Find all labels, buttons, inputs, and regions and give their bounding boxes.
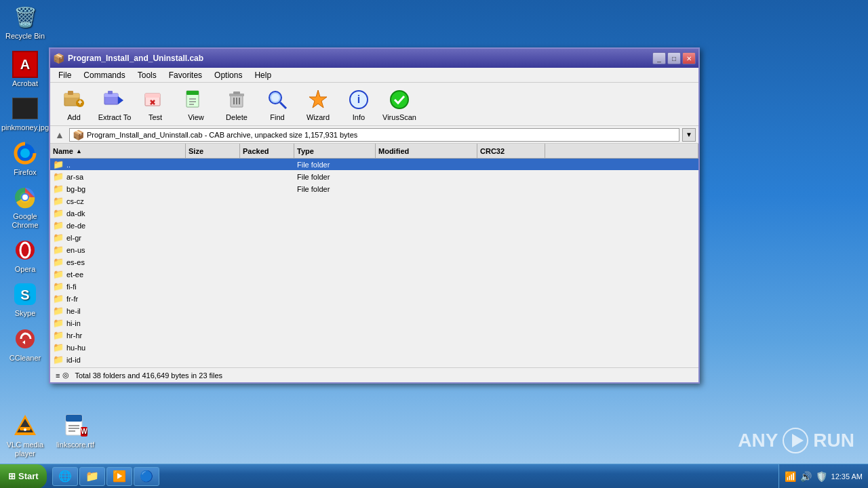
address-text: Program_Install_and_Uninstall.cab - CAB … <box>87 131 357 139</box>
taskbar-app-explorer[interactable]: 📁 <box>79 467 105 486</box>
table-row[interactable]: 📁 id-id <box>50 354 698 366</box>
table-row[interactable]: 📁 it-it <box>50 366 698 367</box>
file-name-cell: 📁 fi-fi <box>50 281 186 292</box>
table-row[interactable]: 📁 hr-hr <box>50 329 698 342</box>
desktop-icon-acrobat[interactable]: A Acrobat <box>3 51 47 88</box>
status-bar: ≡ ◎ Total 38 folders and 416,649 bytes i… <box>50 367 698 382</box>
linkscore-label: linkscore.rtf <box>56 441 94 449</box>
file-extra-cell <box>545 329 698 341</box>
add-icon: + <box>62 87 86 112</box>
file-modified-cell <box>376 354 477 365</box>
table-row[interactable]: 📁 el-gr <box>50 232 698 244</box>
file-type-cell: File folder <box>294 183 376 195</box>
toolbar-virusscan-button[interactable]: VirusScan <box>380 85 419 123</box>
col-header-size[interactable]: Size <box>186 144 240 158</box>
address-field: 📦 Program_Install_and_Uninstall.cab - CA… <box>69 128 679 142</box>
table-row[interactable]: 📁 fi-fi <box>50 281 698 293</box>
desktop-icon-google-chrome[interactable]: Google Chrome <box>3 184 47 230</box>
desktop-icon-ccleaner[interactable]: CCleaner <box>3 325 47 363</box>
toolbar-extract-button[interactable]: Extract To <box>95 85 134 123</box>
tray-icon-security: 🛡️ <box>816 471 827 482</box>
desktop-icon-pinkmoney[interactable]: pinkmoney.jpg <box>3 95 47 132</box>
anyrun-text: ANY <box>738 430 778 451</box>
folder-icon: 📁 <box>53 184 64 194</box>
col-header-modified[interactable]: Modified <box>376 144 477 158</box>
svg-point-1 <box>20 148 30 158</box>
menu-commands[interactable]: Commands <box>78 69 130 81</box>
col-header-crc32[interactable]: CRC32 <box>477 144 545 158</box>
table-row[interactable]: 📁 en-us <box>50 244 698 256</box>
file-name: hi-in <box>66 319 81 327</box>
toolbar-view-button[interactable]: View <box>176 85 216 123</box>
taskbar-app-wmplayer[interactable]: ▶️ <box>106 467 132 486</box>
extract-to-label: Extract To <box>98 113 132 121</box>
table-row[interactable]: 📁 da-dk <box>50 207 698 220</box>
taskbar: ⊞ Start 🌐 📁 ▶️ 🔵 📶 🔊 🛡️ 12:35 AM <box>0 464 868 488</box>
table-row[interactable]: 📁 ar-sa File folder <box>50 171 698 183</box>
desktop-icon-opera[interactable]: Opera <box>3 237 47 274</box>
file-list-container: Name ▲ Size Packed Type Modified <box>50 144 698 367</box>
toolbar-find-button[interactable]: Find <box>258 85 297 123</box>
minimize-button[interactable]: _ <box>652 52 666 64</box>
table-row[interactable]: 📁 fr-fr <box>50 293 698 305</box>
table-row[interactable]: 📁 he-il <box>50 305 698 317</box>
taskbar-app-chrome[interactable]: 🔵 <box>134 467 159 486</box>
address-dropdown[interactable]: ▼ <box>682 128 696 142</box>
find-icon <box>265 87 290 112</box>
file-extra-cell <box>545 317 698 329</box>
file-name: de-de <box>66 222 85 230</box>
table-row[interactable]: 📁 et-ee <box>50 268 698 281</box>
toolbar-delete-button[interactable]: Delete <box>217 85 256 123</box>
menu-options[interactable]: Options <box>209 69 248 81</box>
table-row[interactable]: 📁 hu-hu <box>50 342 698 354</box>
back-button[interactable]: ▲ <box>53 128 66 142</box>
toolbar-info-button[interactable]: i Info <box>339 85 378 123</box>
toolbar-wizard-button[interactable]: Wizard <box>298 85 338 123</box>
restore-button[interactable]: □ <box>667 52 681 64</box>
table-row[interactable]: 📁 bg-bg File folder <box>50 183 698 195</box>
menu-tools[interactable]: Tools <box>132 69 162 81</box>
col-header-name[interactable]: Name ▲ <box>50 144 186 158</box>
taskbar-app-ie[interactable]: 🌐 <box>52 467 78 486</box>
file-name-cell: 📁 cs-cz <box>50 195 186 207</box>
start-button[interactable]: ⊞ Start <box>0 464 47 489</box>
desktop-icon-recycle-bin[interactable]: 🗑️ Recycle Bin <box>3 3 47 41</box>
table-row[interactable]: 📁 cs-cz <box>50 195 698 207</box>
ccleaner-label: CCleaner <box>9 354 41 363</box>
file-extra-cell <box>545 268 698 280</box>
file-size-cell <box>186 171 240 182</box>
toolbar-add-button[interactable]: + Add <box>54 85 94 123</box>
file-name-cell: 📁 ar-sa <box>50 171 186 182</box>
desktop-icon-linkscore[interactable]: W linkscore.rtf <box>54 412 97 458</box>
file-modified-cell <box>376 293 477 304</box>
toolbar-test-button[interactable]: Test <box>136 85 175 123</box>
col-header-type[interactable]: Type <box>294 144 376 158</box>
folder-icon: 📁 <box>53 281 64 291</box>
file-crc32-cell <box>477 232 545 243</box>
file-name: es-es <box>66 258 85 266</box>
svg-line-50 <box>280 102 286 108</box>
wmplayer-icon: ▶️ <box>113 470 126 483</box>
file-size-cell <box>186 281 240 292</box>
folder-icon: 📁 <box>53 306 64 316</box>
table-row[interactable]: 📁 de-de <box>50 220 698 232</box>
taskbar-system-tray: 📶 🔊 🛡️ 12:35 AM <box>778 464 868 488</box>
desktop-icon-firefox[interactable]: Firefox <box>3 140 47 177</box>
file-extra-cell <box>545 354 698 365</box>
file-extra-cell <box>545 220 698 231</box>
close-button[interactable]: ✕ <box>682 52 696 64</box>
menu-favorites[interactable]: Favorites <box>163 69 208 81</box>
file-crc32-cell <box>477 354 545 365</box>
table-row[interactable]: 📁 hi-in <box>50 317 698 329</box>
menu-help[interactable]: Help <box>249 69 277 81</box>
svg-point-14 <box>24 428 26 431</box>
file-size-cell <box>186 244 240 256</box>
anyrun-text2: RUN <box>813 430 854 451</box>
desktop-icon-skype[interactable]: S Skype <box>3 281 47 318</box>
desktop-icon-vlc[interactable]: VLC media player <box>3 412 47 458</box>
table-row[interactable]: 📁 es-es <box>50 256 698 268</box>
col-header-packed[interactable]: Packed <box>240 144 294 158</box>
menu-file[interactable]: File <box>53 69 77 81</box>
table-row[interactable]: 📁 .. File folder <box>50 159 698 171</box>
status-text: Total 38 folders and 416,649 bytes in 23… <box>75 371 222 380</box>
